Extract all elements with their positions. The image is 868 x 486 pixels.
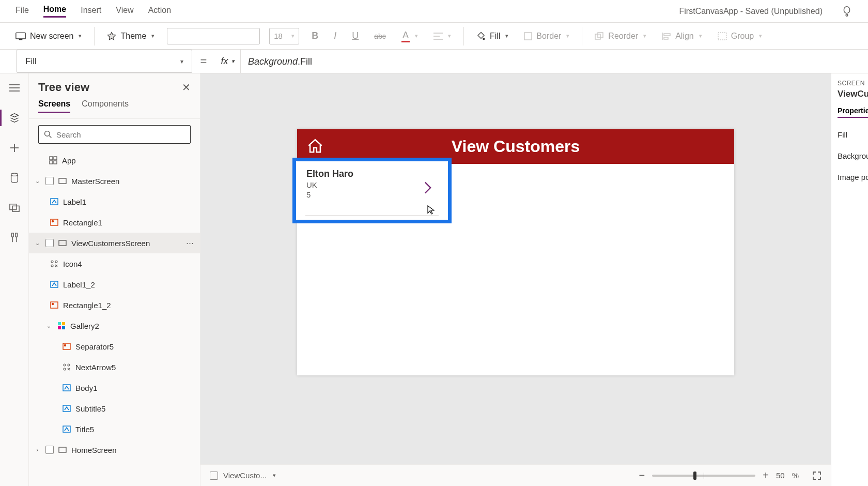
chevron-down-icon: ▾: [180, 58, 183, 65]
font-family-select[interactable]: [167, 28, 260, 44]
next-arrow-icon[interactable]: [423, 181, 432, 194]
app-checker-icon[interactable]: [837, 6, 853, 17]
data-icon[interactable]: [7, 171, 22, 185]
tree-node-rectangle1[interactable]: Rectangle1: [29, 212, 200, 233]
tree-node-homescreen[interactable]: › HomeScreen: [29, 439, 200, 460]
italic-button[interactable]: I: [331, 28, 339, 43]
tree-node-label1[interactable]: Label1: [29, 191, 200, 212]
underline-button[interactable]: U: [349, 28, 362, 43]
group-button[interactable]: Group ▾: [715, 29, 765, 43]
home-icon[interactable]: [306, 138, 324, 155]
tab-properties[interactable]: Properties: [838, 107, 868, 118]
reorder-button[interactable]: Reorder ▾: [592, 29, 649, 43]
menu-action[interactable]: Action: [148, 6, 171, 17]
new-screen-label: New screen: [30, 32, 73, 41]
svg-point-48: [65, 345, 66, 346]
search-input[interactable]: [56, 130, 185, 139]
checkbox[interactable]: [45, 446, 54, 454]
tree-node-icon4[interactable]: Icon4: [29, 253, 200, 274]
more-icon[interactable]: ⋯: [186, 238, 195, 248]
tree-node-separator5[interactable]: Separator5: [29, 336, 200, 357]
theme-button[interactable]: Theme ▾: [104, 29, 158, 43]
formula-input[interactable]: Background.Fill: [241, 56, 868, 67]
chevron-right-icon[interactable]: ›: [33, 447, 41, 453]
checkbox[interactable]: [210, 472, 218, 480]
gallery-item-selected[interactable]: Elton Haro UK 5: [292, 158, 452, 223]
svg-rect-28: [50, 157, 53, 160]
tree-node-viewcustomersscreen[interactable]: ⌄ ViewCustomersScreen ⋯: [29, 233, 200, 253]
gallery-item-body: 5: [306, 190, 438, 199]
tab-screens[interactable]: Screens: [38, 99, 70, 113]
strikethrough-button[interactable]: abc: [371, 30, 389, 42]
zoom-value: 50: [776, 471, 785, 480]
svg-rect-7: [524, 33, 532, 40]
icon-control-icon: [62, 362, 71, 372]
fx-label: fx: [221, 56, 228, 67]
search-box[interactable]: [38, 125, 191, 144]
property-selector-value: Fill: [25, 56, 37, 67]
canvas[interactable]: View Customers Elton Haro UK 5: [200, 73, 831, 464]
tree-view-panel: Tree view ✕ Screens Components App ⌄: [29, 73, 200, 486]
menu-home[interactable]: Home: [43, 5, 66, 18]
property-row-fill[interactable]: Fill: [838, 130, 868, 139]
tree-label: Label1_2: [63, 280, 95, 289]
tree-label: NextArrow5: [75, 363, 116, 372]
font-color-button[interactable]: A ▾: [398, 28, 421, 44]
menu-bar: File Home Insert View Action FirstCanvas…: [0, 0, 868, 23]
app-header-title: View Customers: [452, 137, 580, 156]
font-size-select[interactable]: 18 ▾: [269, 28, 299, 44]
svg-point-26: [45, 131, 50, 136]
checkbox[interactable]: [45, 239, 54, 247]
font-size-value: 18: [274, 32, 283, 40]
tree-node-label12[interactable]: Label1_2: [29, 274, 200, 295]
zoom-out-button[interactable]: −: [639, 469, 645, 481]
media-icon[interactable]: [7, 201, 22, 215]
label-icon: [62, 424, 71, 434]
menu-insert[interactable]: Insert: [81, 6, 101, 17]
tree-node-masterscreen[interactable]: ⌄ MasterScreen: [29, 171, 200, 191]
fill-button[interactable]: Fill ▾: [473, 29, 512, 43]
property-selector[interactable]: Fill ▾: [17, 50, 192, 73]
menu-file[interactable]: File: [16, 6, 29, 17]
cursor-icon: [427, 205, 435, 215]
checkbox[interactable]: [45, 177, 54, 185]
chevron-down-icon[interactable]: ⌄: [33, 178, 41, 185]
chevron-down-icon[interactable]: ⌄: [44, 323, 53, 329]
tree-node-app[interactable]: App: [29, 150, 200, 171]
formula-text-part1: Background: [248, 56, 298, 67]
hamburger-icon[interactable]: [7, 81, 22, 95]
fx-button[interactable]: fx ▾: [215, 50, 241, 73]
tree-node-nextarrow5[interactable]: NextArrow5: [29, 357, 200, 377]
chevron-down-icon[interactable]: ⌄: [33, 240, 41, 247]
tree-node-body1[interactable]: Body1: [29, 377, 200, 398]
tree-node-title5[interactable]: Title5: [29, 419, 200, 439]
align-button[interactable]: Align ▾: [659, 29, 705, 43]
tree-node-rectangle12[interactable]: Rectangle1_2: [29, 295, 200, 315]
border-button[interactable]: Border ▾: [521, 29, 572, 43]
property-row-background[interactable]: Background: [838, 151, 868, 160]
tree-label: Rectangle1: [63, 218, 102, 227]
close-icon[interactable]: ✕: [182, 81, 191, 94]
text-align-button[interactable]: ▾: [430, 31, 454, 42]
canvas-footer: ViewCusto... ▾ − + 50 %: [200, 464, 831, 486]
chevron-down-icon: ▾: [79, 33, 82, 39]
zoom-slider[interactable]: [652, 475, 755, 477]
app-icon: [49, 156, 58, 165]
svg-point-6: [483, 38, 485, 39]
svg-rect-21: [12, 206, 19, 211]
add-icon[interactable]: [7, 141, 22, 155]
property-row-image-position[interactable]: Image posit: [838, 173, 868, 181]
tab-components[interactable]: Components: [82, 99, 129, 113]
tree-node-gallery2[interactable]: ⌄ Gallery2: [29, 315, 200, 336]
new-screen-button[interactable]: New screen ▾: [12, 29, 85, 43]
tree-node-subtitle5[interactable]: Subtitle5: [29, 398, 200, 419]
fullscreen-icon[interactable]: [812, 471, 822, 480]
svg-rect-23: [15, 233, 17, 237]
zoom-in-button[interactable]: +: [763, 469, 769, 481]
menu-view[interactable]: View: [116, 6, 133, 17]
app-screen[interactable]: View Customers Elton Haro UK 5: [297, 129, 734, 375]
advanced-tools-icon[interactable]: [7, 231, 22, 245]
bold-button[interactable]: B: [308, 28, 321, 43]
screen-selector[interactable]: ViewCusto... ▾: [210, 471, 276, 480]
tree-view-icon[interactable]: [7, 111, 22, 125]
